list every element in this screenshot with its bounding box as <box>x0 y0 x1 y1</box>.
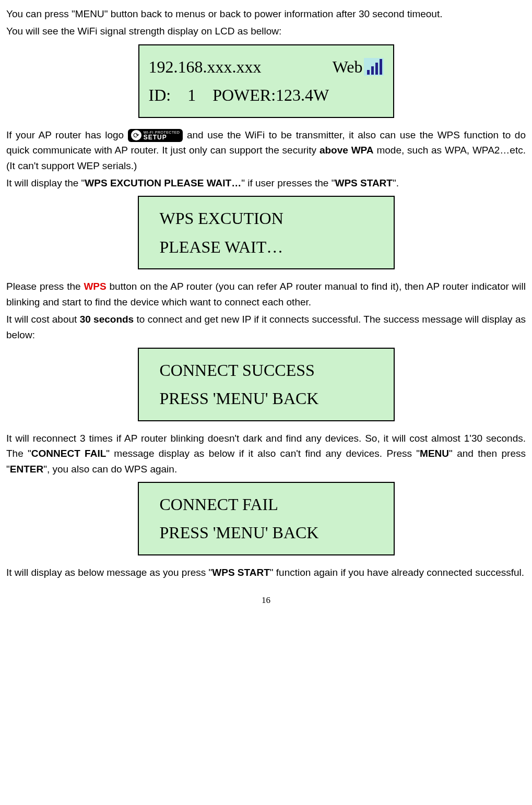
lcd-ip: 192.168.xxx.xxx <box>149 53 333 81</box>
text-fragment: " message display as below if it also ca… <box>106 448 420 459</box>
lcd-id-power: ID: 1 POWER:123.4W <box>149 81 384 109</box>
text-red-wps: WPS <box>84 281 106 292</box>
text-bold-wps-excution: WPS EXCUTION PLEASE WAIT… <box>85 177 241 188</box>
wps-logo-big: SETUP <box>144 134 180 140</box>
text-fragment: It will display as below message as you … <box>6 567 212 578</box>
signal-strength-icon <box>364 58 384 76</box>
text-bold-30-seconds: 30 seconds <box>80 314 134 325</box>
wps-setup-logo-icon: ⟳WI-FI PROTECTEDSETUP <box>128 129 183 142</box>
paragraph-already-connected: It will display as below message as you … <box>6 565 526 580</box>
text-bold-enter: ENTER <box>10 464 43 475</box>
lcd-line: CONNECT SUCCESS <box>160 356 384 384</box>
lcd-line: WPS EXCUTION <box>160 204 384 232</box>
lcd-line: PRESS 'MENU' BACK <box>160 518 384 547</box>
lcd-line: CONNECT FAIL <box>160 490 384 518</box>
lcd-screen-connect-fail: CONNECT FAIL PRESS 'MENU' BACK <box>138 482 395 555</box>
text-bold-above-wpa: above WPA <box>320 145 374 156</box>
text-fragment: ", you also can do WPS again. <box>43 464 177 475</box>
paragraph-30-seconds: It will cost about 30 seconds to connect… <box>6 312 526 342</box>
paragraph-connect-fail: It will reconnect 3 times if AP router b… <box>6 431 526 477</box>
lcd-line: PLEASE WAIT… <box>160 233 384 261</box>
lcd-screen-connect-success: CONNECT SUCCESS PRESS 'MENU' BACK <box>138 348 395 421</box>
lcd-web-label: Web <box>333 53 363 81</box>
paragraph-wps-intro: If your AP router has logo ⟳WI-FI PROTEC… <box>6 127 526 173</box>
lcd-screen-wps-wait: WPS EXCUTION PLEASE WAIT… <box>138 196 395 269</box>
paragraph-signal-intro: You will see the WiFi signal strength di… <box>6 23 526 39</box>
text-fragment: It will cost about <box>6 314 80 325</box>
lcd-line: PRESS 'MENU' BACK <box>160 384 384 412</box>
paragraph-press-wps: Please press the WPS button on the AP ro… <box>6 279 526 310</box>
text-bold-menu: MENU <box>420 448 449 459</box>
text-bold-wps-start-again: WPS START <box>212 567 269 578</box>
text-fragment: ". <box>393 177 399 188</box>
text-fragment: If your AP router has logo <box>6 129 128 140</box>
text-fragment: " function again if you have already con… <box>270 567 524 578</box>
page-number: 16 <box>6 594 526 607</box>
text-fragment: It will display the " <box>6 177 85 188</box>
paragraph-menu-timeout: You can press "MENU" button back to menu… <box>6 6 526 21</box>
text-fragment: Please press the <box>6 281 84 292</box>
paragraph-wps-excution: It will display the "WPS EXCUTION PLEASE… <box>6 175 526 191</box>
text-bold-wps-start: WPS START <box>335 177 392 188</box>
text-fragment: " if user presses the " <box>241 177 335 188</box>
lcd-screen-signal: 192.168.xxx.xxx Web ID: 1 POWER:123.4W <box>138 44 394 118</box>
text-bold-connect-fail: CONNECT FAIL <box>31 448 106 459</box>
